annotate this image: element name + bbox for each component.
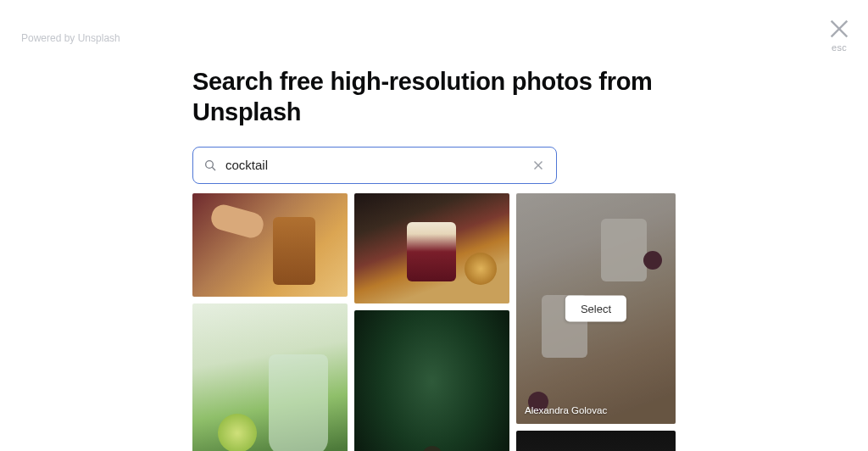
search-box[interactable] <box>192 147 557 184</box>
search-section: Search free high-resolution photos from … <box>192 66 676 184</box>
search-input[interactable] <box>225 158 531 172</box>
clear-search-button[interactable] <box>531 158 546 173</box>
svg-point-2 <box>206 160 214 168</box>
result-thumbnail-hovered[interactable]: Select Alexandra Golovac <box>516 193 676 424</box>
photo-attribution: Alexandra Golovac <box>525 405 607 415</box>
unsplash-search-modal: Powered by Unsplash esc Search free high… <box>0 0 868 451</box>
powered-by-label: Powered by Unsplash <box>21 32 120 44</box>
close-button[interactable]: esc <box>827 17 851 53</box>
svg-line-3 <box>212 167 215 170</box>
result-thumbnail[interactable] <box>354 310 509 451</box>
results-gallery: Select Alexandra Golovac <box>192 193 676 451</box>
result-thumbnail[interactable] <box>192 193 348 297</box>
select-button[interactable]: Select <box>565 296 626 322</box>
result-thumbnail[interactable] <box>516 431 676 451</box>
result-thumbnail[interactable] <box>192 303 348 451</box>
search-heading: Search free high-resolution photos from … <box>192 66 676 128</box>
close-icon <box>827 17 851 41</box>
search-icon <box>203 159 217 172</box>
result-thumbnail[interactable] <box>354 193 509 303</box>
esc-hint: esc <box>827 42 851 53</box>
